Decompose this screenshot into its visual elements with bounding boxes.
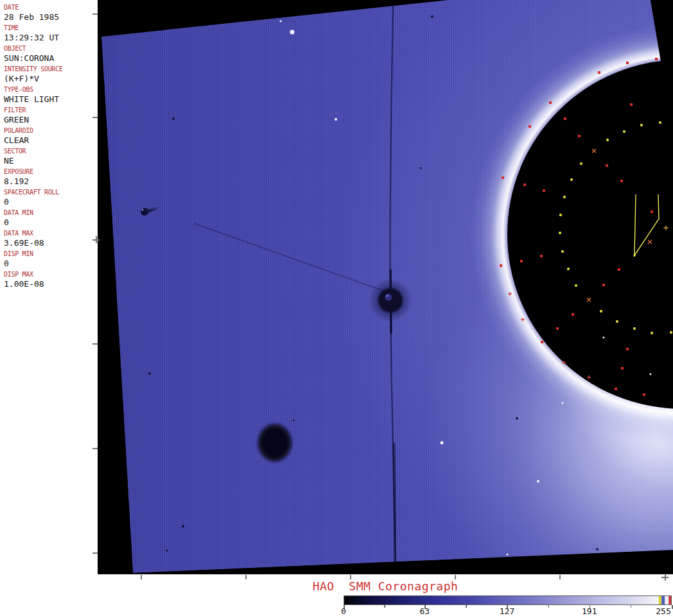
white-speck — [507, 554, 509, 556]
white-speck — [650, 373, 652, 375]
fiducial-dot-red — [578, 135, 581, 137]
frame-tick — [559, 575, 561, 579]
field-label: DISP MIN — [4, 250, 98, 258]
fiducial-dot-red — [541, 341, 543, 343]
dark-speck — [148, 372, 151, 375]
metadata-sidebar: DATE28 Feb 1985TIME13:29:32 UTOBJECTSUN:… — [0, 0, 98, 616]
frame-plus-mark — [92, 236, 100, 243]
frame-tick — [92, 343, 98, 345]
fiducial-dot-yellow — [563, 196, 566, 198]
field-label: FILTER — [4, 106, 98, 114]
fiducial-dot-yellow — [600, 310, 602, 312]
frame-tick — [92, 117, 98, 118]
fiducial-dot-yellow — [559, 232, 561, 234]
fiducial-dot-red — [500, 264, 502, 267]
fiducial-dot-red — [618, 268, 620, 271]
field-value: GREEN — [4, 114, 98, 125]
colorbar-minor-tick — [466, 605, 467, 608]
field-label: DATA MIN — [4, 209, 98, 217]
metadata-field: DISP MAX1.00E-08 — [4, 270, 98, 291]
colorbar-minor-tick — [631, 605, 632, 608]
metadata-field: EXPOSURE8.192 — [4, 167, 98, 188]
field-value: 3.69E-08 — [4, 237, 98, 248]
fiducial-dot-yellow — [659, 121, 661, 124]
dark-speck — [293, 420, 295, 422]
metadata-field: TIME13:29:32 UT — [4, 24, 98, 44]
field-label: SECTOR — [4, 147, 98, 155]
field-value: 28 Feb 1985 — [4, 12, 98, 22]
fiducial-dot-red — [520, 260, 523, 262]
frame-tick — [92, 552, 98, 554]
frame-tick — [350, 575, 351, 579]
dark-speck — [431, 15, 433, 18]
field-label: POLAROID — [4, 126, 98, 135]
white-speck — [603, 337, 605, 339]
field-value: 0 — [4, 258, 98, 269]
field-label: DISP MAX — [4, 270, 98, 278]
frame-tick — [245, 575, 247, 579]
coronagraph-image-area — [98, 0, 673, 574]
fiducial-dot-red — [529, 125, 531, 128]
fiducial-dot-red — [572, 313, 574, 316]
dark-speck — [182, 525, 184, 527]
metadata-field: SPACECRAFT ROLL0 — [4, 188, 98, 209]
fiducial-dot-red — [543, 189, 545, 192]
metadata-field: DATA MIN0 — [4, 209, 98, 229]
image-title: HAO SMM Coronagraph — [313, 579, 459, 593]
fiducial-dot-red — [556, 327, 559, 330]
white-speck — [335, 118, 337, 121]
intensity-colorbar — [344, 595, 672, 605]
colorbar-minor-tick — [384, 605, 385, 608]
fiducial-dot-yellow — [670, 331, 672, 334]
frame-plus-mark — [661, 574, 669, 581]
field-value: 8.192 — [4, 176, 98, 187]
fiducial-dot-yellow — [567, 268, 570, 270]
field-label: TIME — [4, 24, 98, 32]
fiducial-dot-red — [651, 210, 653, 213]
colorbar-tick-label: 127 — [500, 606, 514, 616]
fiducial-dot-yellow — [561, 250, 564, 253]
frame-tick — [455, 575, 456, 579]
field-value: WHITE LIGHT — [4, 94, 98, 105]
colorbar-tick — [672, 605, 673, 609]
fiducial-dot-red — [564, 117, 566, 120]
smm-coronagraph-viewer: DATE28 Feb 1985TIME13:29:32 UTOBJECTSUN:… — [0, 0, 673, 616]
fiducial-dot-yellow — [651, 332, 653, 334]
frame-tick — [92, 448, 98, 449]
fiducial-dot-red — [606, 164, 608, 167]
fiducial-dot-red — [621, 367, 624, 370]
metadata-field: SECTORNE — [4, 147, 98, 167]
field-value: (K+F)*V — [4, 73, 98, 84]
metadata-field: DATA MAX3.69E-08 — [4, 229, 98, 250]
fiducial-dot-red — [626, 348, 629, 350]
fiducial-dot-yellow — [580, 162, 582, 165]
field-label: DATA MAX — [4, 229, 98, 237]
fiducial-dot-red — [620, 180, 623, 182]
metadata-field-list: DATE28 Feb 1985TIME13:29:32 UTOBJECTSUN:… — [4, 3, 98, 291]
fiducial-dot-yellow — [606, 139, 609, 141]
field-label: OBJECT — [4, 44, 98, 53]
dark-speck — [596, 548, 599, 551]
fiducial-dot-yellow — [640, 124, 643, 126]
white-speck — [537, 480, 539, 483]
dark-speck — [420, 167, 422, 169]
fiducial-dot-red — [549, 101, 552, 104]
metadata-field: DATE28 Feb 1985 — [4, 3, 98, 24]
dark-speck — [172, 117, 175, 120]
field-value: NE — [4, 155, 98, 166]
frame-tick — [141, 575, 142, 579]
dark-speck — [166, 550, 168, 552]
metadata-field: TYPE-OBSWHITE LIGHT — [4, 85, 98, 106]
colorbar-tick-label: 255 — [656, 606, 670, 616]
fiducial-dot-yellow — [559, 214, 562, 216]
field-value: 13:29:32 UT — [4, 32, 98, 43]
colorbar-tick-label: 0 — [341, 606, 346, 616]
colorbar-tick-label: 63 — [419, 606, 430, 616]
metadata-field: DISP MIN0 — [4, 250, 98, 270]
field-label: TYPE-OBS — [4, 85, 98, 94]
fiducial-dot-red — [523, 184, 526, 186]
fiducial-dot-red — [630, 103, 633, 106]
field-value: 0 — [4, 196, 98, 207]
field-label: SPACECRAFT ROLL — [4, 188, 98, 196]
field-label: EXPOSURE — [4, 167, 98, 176]
